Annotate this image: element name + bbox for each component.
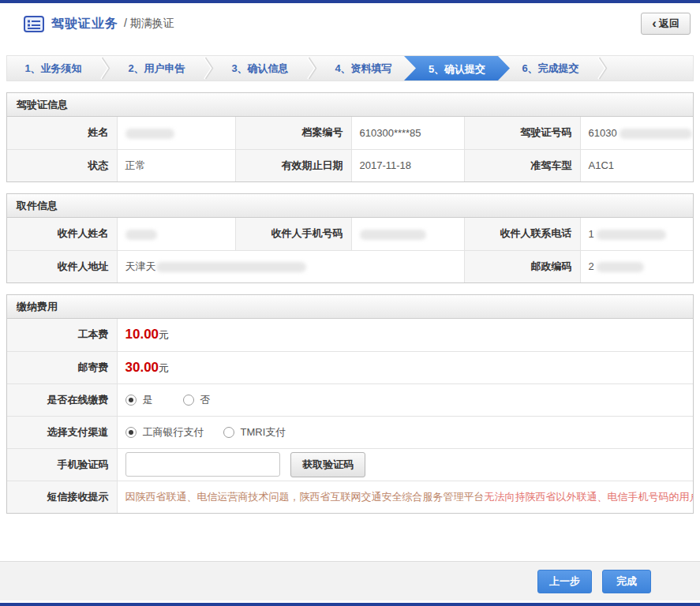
radio-group: 是 否: [125, 393, 686, 407]
field-label: 状态: [7, 149, 117, 181]
table-row: 姓名 档案编号 610300****85 驾驶证号码 61030: [7, 117, 693, 149]
radio-yes-label[interactable]: 是: [143, 393, 153, 407]
sms-notice-segment-1: 因陕西省联通、电信运营商技术问题，陕西省互联网交通安全综合服务管理平台: [125, 491, 485, 503]
radio-tmri-label[interactable]: TMRI支付: [241, 425, 286, 440]
step-tab-5-active[interactable]: 5、确认提交: [404, 56, 510, 80]
payment-section: 缴纳费用 工本费 10.00元 邮寄费 30.00元 是否在线缴费 是: [6, 294, 694, 514]
field-value-redacted: [117, 117, 235, 149]
captcha-input[interactable]: [125, 452, 280, 477]
step-tab-6[interactable]: 6、完成提交: [504, 56, 597, 80]
sms-notice: 因陕西省联通、电信运营商技术问题，陕西省互联网交通安全综合服务管理平台无法向持陕…: [117, 481, 693, 513]
field-value: A1C1: [580, 149, 693, 181]
table-row: 短信接收提示 因陕西省联通、电信运营商技术问题，陕西省互联网交通安全综合服务管理…: [7, 481, 693, 513]
field-label: 手机验证码: [7, 448, 117, 481]
field-label: 准驾车型: [464, 149, 580, 181]
fee-unit: 元: [159, 329, 169, 341]
payment-section-title: 缴纳费用: [7, 295, 693, 319]
back-chevron-icon: ‹: [652, 17, 657, 30]
fee-amount: 10.00: [125, 327, 159, 342]
pickup-section-title: 取件信息: [7, 194, 693, 218]
field-label: 收件人地址: [7, 250, 117, 282]
field-value-prefix: 61030: [589, 127, 617, 139]
form-list-icon: [24, 16, 44, 32]
captcha-row: 获取验证码: [117, 448, 693, 481]
step-separator-icon: [306, 55, 317, 81]
field-label: 工本费: [7, 319, 117, 351]
radio-icbc-label[interactable]: 工商银行支付: [143, 425, 204, 440]
header: 驾驶证业务 / 期满换证 ‹ 返回: [0, 3, 700, 44]
bottom-accent-bar: [0, 603, 700, 606]
sms-notice-segment-2: 无法向持陕西省以外联通、电信手机号码的用户发送短信,: [485, 491, 694, 503]
field-label: 有效期止日期: [235, 149, 351, 181]
table-row: 收件人地址 天津天 邮政编码 2: [7, 250, 693, 282]
radio-group: 工商银行支付 TMRI支付: [125, 425, 686, 440]
step-tab-4[interactable]: 4、资料填写: [317, 56, 410, 80]
radio-no[interactable]: [183, 395, 194, 406]
step-tab-2[interactable]: 2、用户申告: [110, 56, 203, 80]
payment-channel-options: 工商银行支付 TMRI支付: [117, 416, 693, 448]
table-row: 是否在线缴费 是 否: [7, 383, 693, 416]
get-captcha-button[interactable]: 获取验证码: [290, 452, 365, 477]
field-label: 邮寄费: [7, 351, 117, 383]
field-value-prefix: 天津天: [125, 260, 156, 272]
redacted-value: [125, 129, 174, 139]
pickup-info-table: 收件人姓名 收件人手机号码 收件人联系电话 1 收件人地址 天津天 邮政编码 2: [7, 218, 693, 282]
field-value-redacted: [351, 218, 464, 250]
page-title: 驾驶证业务: [51, 16, 118, 32]
table-row: 手机验证码 获取验证码: [7, 448, 693, 481]
footer-action-bar: 上一步 完成: [0, 561, 700, 600]
online-payment-options: 是 否: [117, 383, 693, 416]
radio-icbc[interactable]: [125, 427, 137, 438]
field-value: 正常: [117, 149, 235, 181]
table-row: 工本费 10.00元: [7, 319, 693, 351]
radio-no-label[interactable]: 否: [200, 393, 211, 407]
content-spacer: [0, 514, 700, 561]
step-separator-icon: [597, 55, 608, 81]
field-label: 驾驶证号码: [464, 117, 580, 149]
field-label: 收件人姓名: [7, 218, 117, 250]
redacted-value: [125, 230, 157, 240]
redacted-value: [156, 262, 306, 272]
redacted-value: [597, 230, 666, 240]
radio-tmri[interactable]: [223, 427, 234, 438]
fee-value: 10.00元: [117, 319, 693, 351]
back-button-label: 返回: [659, 17, 679, 31]
pickup-info-section: 取件信息 收件人姓名 收件人手机号码 收件人联系电话 1 收件人地址 天津天 邮…: [6, 193, 694, 283]
field-label: 姓名: [7, 117, 117, 149]
field-value-redacted: 61030: [580, 117, 693, 149]
field-label: 档案编号: [235, 117, 351, 149]
field-label: 短信接收提示: [7, 481, 117, 513]
fee-value: 30.00元: [117, 351, 693, 383]
step-separator-icon: [203, 55, 214, 81]
field-label: 收件人手机号码: [235, 218, 351, 250]
step-wizard-bar: 1、业务须知 2、用户申告 3、确认信息 4、资料填写 5、确认提交 6、完成提…: [6, 55, 694, 81]
field-value-prefix: 2: [589, 260, 594, 272]
previous-step-button[interactable]: 上一步: [537, 570, 592, 593]
table-row: 选择支付渠道 工商银行支付 TMRI支付: [7, 416, 693, 448]
table-row: 状态 正常 有效期止日期 2017-11-18 准驾车型 A1C1: [7, 149, 693, 181]
redacted-value: [620, 129, 692, 139]
fee-amount: 30.00: [125, 360, 159, 375]
field-label: 邮政编码: [464, 250, 580, 282]
field-value: 2017-11-18: [351, 149, 464, 181]
step-bar-filler: [608, 56, 693, 80]
field-label: 是否在线缴费: [7, 383, 117, 416]
redacted-value: [597, 262, 644, 272]
license-section-title: 驾驶证信息: [7, 93, 693, 117]
back-button[interactable]: ‹ 返回: [641, 13, 691, 35]
payment-table: 工本费 10.00元 邮寄费 30.00元 是否在线缴费 是 否: [7, 319, 693, 513]
breadcrumb: / 期满换证: [124, 17, 174, 31]
license-info-table: 姓名 档案编号 610300****85 驾驶证号码 61030 状态 正常 有…: [7, 117, 693, 181]
step-tab-1[interactable]: 1、业务须知: [7, 56, 99, 80]
redacted-value: [360, 230, 426, 240]
table-row: 邮寄费 30.00元: [7, 351, 693, 383]
radio-yes[interactable]: [125, 395, 137, 406]
field-value-redacted: 1: [580, 218, 693, 250]
license-info-section: 驾驶证信息 姓名 档案编号 610300****85 驾驶证号码 61030 状…: [6, 92, 694, 182]
step-separator-icon: [99, 55, 110, 81]
table-row: 收件人姓名 收件人手机号码 收件人联系电话 1: [7, 218, 693, 250]
step-tab-3[interactable]: 3、确认信息: [214, 56, 306, 80]
finish-button[interactable]: 完成: [602, 570, 651, 593]
field-label: 选择支付渠道: [7, 416, 117, 448]
field-value: 610300****85: [351, 117, 464, 149]
